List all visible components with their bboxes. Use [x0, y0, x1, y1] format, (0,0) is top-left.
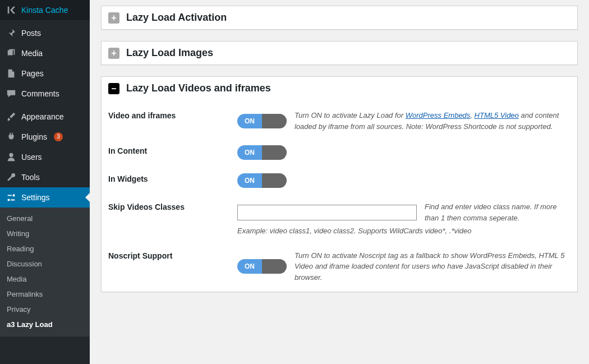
row-description-example: Example: video class1, video class2. Sup…	[237, 225, 570, 237]
toggle-in-content[interactable]: ON	[237, 145, 287, 160]
sidebar-item-label: Settings	[21, 193, 50, 202]
sidebar-item-settings[interactable]: Settings	[0, 187, 90, 208]
sidebar-item-appearance[interactable]: Appearance	[0, 107, 90, 127]
row-label: Video and iframes	[108, 110, 237, 120]
submenu-item-permalinks[interactable]: Permalinks	[0, 287, 90, 302]
sidebar-item-label: Pages	[21, 69, 44, 78]
panel-title: Lazy Load Images	[126, 47, 213, 59]
row-label: Skip Videos Classes	[108, 201, 237, 211]
comment-icon	[6, 88, 17, 99]
panel-lazy-load-videos-iframes: – Lazy Load Videos and iframes Video and…	[101, 76, 578, 292]
settings-submenu: General Writing Reading Discussion Media…	[0, 208, 90, 337]
sidebar-item-label: Tools	[21, 173, 40, 182]
sidebar-item-tools[interactable]: Tools	[0, 167, 90, 187]
row-description: Find and enter video class name. If more…	[425, 201, 570, 223]
submenu-item-general[interactable]: General	[0, 211, 90, 226]
row-in-widgets: In Widgets ON	[108, 163, 570, 191]
sidebar-item-label: Kinsta Cache	[21, 6, 68, 15]
panel-title: Lazy Load Activation	[126, 12, 227, 24]
plug-icon	[6, 131, 17, 142]
pin-icon	[6, 27, 17, 39]
main-content: + Lazy Load Activation + Lazy Load Image…	[90, 0, 589, 364]
row-skip-videos-classes: Skip Videos Classes Find and enter video…	[108, 191, 570, 240]
toggle-video-iframes[interactable]: ON	[237, 114, 287, 128]
expand-icon: +	[108, 48, 119, 59]
brush-icon	[6, 111, 17, 122]
media-icon	[6, 48, 17, 59]
panel-lazy-load-images: + Lazy Load Images	[101, 41, 578, 65]
row-in-content: In Content ON	[108, 135, 570, 163]
toggle-on-label: ON	[237, 173, 262, 188]
sidebar-item-posts[interactable]: Posts	[0, 23, 90, 43]
toggle-noscript-support[interactable]: ON	[237, 259, 287, 274]
sidebar-item-pages[interactable]: Pages	[0, 63, 90, 84]
page-icon	[6, 68, 17, 79]
submenu-item-a3-lazy-load[interactable]: a3 Lazy Load	[0, 317, 90, 332]
sidebar-item-media[interactable]: Media	[0, 43, 90, 63]
row-description: Turn ON to activate Lazy Load for WordPr…	[294, 110, 570, 132]
sidebar-item-users[interactable]: Users	[0, 147, 90, 167]
row-noscript-support: Noscript Support ON Turn ON to activate …	[108, 240, 570, 287]
toggle-on-label: ON	[237, 145, 262, 160]
panel-toggle-images[interactable]: + Lazy Load Images	[102, 42, 577, 64]
row-description: Turn ON to activate Noscript tag as a fa…	[294, 250, 570, 283]
kinsta-icon	[6, 4, 17, 16]
sidebar-item-kinsta-cache[interactable]: Kinsta Cache	[0, 0, 90, 20]
sidebar-item-label: Comments	[21, 89, 59, 98]
panel-lazy-load-activation: + Lazy Load Activation	[101, 6, 578, 30]
input-skip-videos-classes[interactable]	[237, 205, 417, 220]
row-label: In Widgets	[108, 173, 237, 183]
toggle-on-label: ON	[237, 114, 262, 128]
sidebar-item-label: Posts	[21, 29, 41, 38]
sidebar-item-comments[interactable]: Comments	[0, 84, 90, 104]
toggle-on-label: ON	[237, 259, 262, 274]
sidebar-item-label: Plugins	[21, 132, 47, 141]
sidebar-item-label: Users	[21, 153, 42, 162]
panel-toggle-videos[interactable]: – Lazy Load Videos and iframes	[102, 77, 577, 100]
submenu-item-writing[interactable]: Writing	[0, 226, 90, 241]
sliders-icon	[6, 192, 17, 203]
panel-toggle-activation[interactable]: + Lazy Load Activation	[102, 6, 577, 29]
row-label: In Content	[108, 145, 237, 155]
wrench-icon	[6, 172, 17, 183]
link-html5-video[interactable]: HTML5 Video	[475, 111, 519, 119]
submenu-item-reading[interactable]: Reading	[0, 241, 90, 256]
panel-body-videos: Video and iframes ON Turn ON to activate…	[102, 100, 577, 292]
plugin-update-badge: 3	[54, 132, 63, 141]
toggle-in-widgets[interactable]: ON	[237, 173, 287, 188]
collapse-icon: –	[108, 83, 119, 94]
sidebar-item-plugins[interactable]: Plugins 3	[0, 127, 90, 147]
sidebar-item-label: Media	[21, 49, 43, 58]
sidebar-item-label: Appearance	[21, 112, 64, 121]
submenu-item-discussion[interactable]: Discussion	[0, 256, 90, 271]
submenu-item-privacy[interactable]: Privacy	[0, 302, 90, 317]
link-wordpress-embeds[interactable]: WordPress Embeds	[406, 111, 471, 119]
user-icon	[6, 151, 17, 163]
admin-sidebar: Kinsta Cache Posts Media Pages Comments …	[0, 0, 90, 364]
panel-title: Lazy Load Videos and iframes	[126, 82, 271, 94]
row-video-and-iframes: Video and iframes ON Turn ON to activate…	[108, 100, 570, 135]
expand-icon: +	[108, 12, 119, 24]
row-label: Noscript Support	[108, 250, 237, 260]
submenu-item-media[interactable]: Media	[0, 271, 90, 287]
